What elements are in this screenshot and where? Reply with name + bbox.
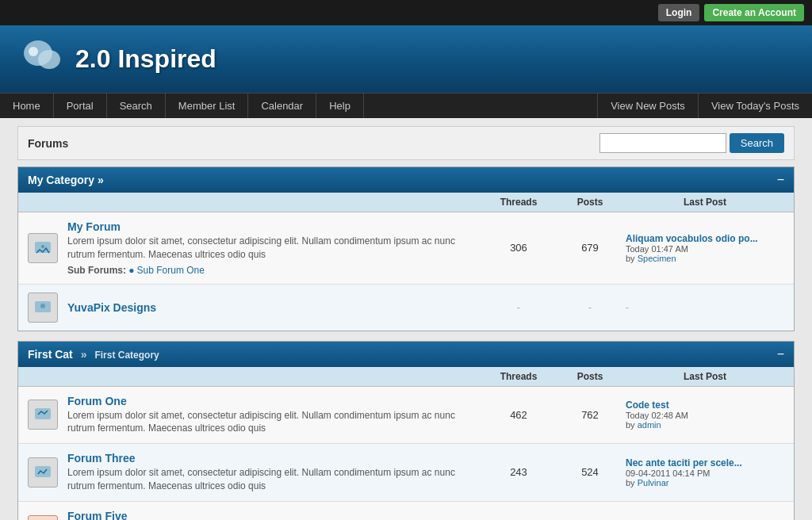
category-header-my-category: My Category » − — [18, 167, 794, 193]
forum-info-forum-three: Forum Three Lorem ipsum dolor sit amet, … — [67, 452, 483, 493]
forum-row-yuvapix: YuvaPix Designs - - - — [18, 285, 794, 331]
forum-posts-yuvapix: - — [554, 301, 626, 313]
main-nav: Home Portal Search Member List Calendar … — [0, 93, 812, 118]
forum-row-forum-five: Forum Five Lorem ipsum dolor sit amet, c… — [18, 502, 794, 520]
lastpost-time-my-forum: Today 01:47 AM — [626, 244, 784, 254]
category-subtitle: First Category — [94, 350, 159, 361]
search-area: Search — [599, 133, 784, 153]
site-header: 2.0 Inspired — [0, 25, 812, 93]
forum-name-forum-three[interactable]: Forum Three — [67, 452, 483, 465]
nav-spacer — [364, 94, 597, 118]
col-threads-header: Threads — [483, 197, 554, 208]
forum-info-forum-one: Forum One Lorem ipsum dolor sit amet, co… — [67, 395, 483, 436]
collapse-button-first-cat[interactable]: − — [777, 347, 784, 361]
svg-point-6 — [40, 304, 45, 308]
lastpost-time-forum-one: Today 02:48 AM — [626, 411, 784, 420]
nav-view-new-posts[interactable]: View New Posts — [597, 94, 698, 118]
svg-point-2 — [29, 47, 38, 56]
forum-posts-forum-one: 762 — [554, 409, 626, 421]
site-logo — [16, 36, 63, 83]
forum-icon-yuvapix — [28, 292, 58, 323]
nav-calendar[interactable]: Calendar — [248, 94, 316, 118]
forums-label: Forums — [28, 137, 68, 150]
forum-lastpost-my-forum: Aliquam vocabulos odio po... Today 01:47… — [626, 233, 784, 263]
nav-help[interactable]: Help — [316, 94, 364, 118]
forum-subforum-my-forum: Sub Forums: ●Sub Forum One — [67, 265, 483, 276]
forum-icon-forum-five — [28, 515, 58, 520]
lastpost-author-link[interactable]: Specimen — [638, 254, 676, 263]
lastpost-title-forum-one[interactable]: Code test — [626, 400, 784, 411]
login-button[interactable]: Login — [658, 4, 700, 21]
nav-member-list[interactable]: Member List — [166, 94, 249, 118]
forum-desc-forum-three: Lorem ipsum dolor sit amet, consectetur … — [67, 466, 483, 493]
nav-portal[interactable]: Portal — [54, 94, 107, 118]
forum-info-yuvapix: YuvaPix Designs — [67, 301, 483, 314]
forum-name-my-forum[interactable]: My Forum — [67, 220, 483, 233]
lastpost-author-link-forum-one[interactable]: admin — [638, 420, 661, 430]
main-content: Forums Search My Category » − Threads Po… — [10, 118, 802, 520]
forum-threads-yuvapix: - — [483, 301, 554, 313]
create-account-button[interactable]: Create an Account — [704, 4, 804, 21]
lastpost-title-forum-three[interactable]: Nec ante taciti per scele... — [626, 457, 784, 468]
lastpost-author-forum-one: by admin — [626, 420, 784, 430]
forum-threads-my-forum: 306 — [483, 242, 554, 254]
forum-name-forum-five[interactable]: Forum Five — [67, 510, 483, 520]
nav-right: View New Posts View Today's Posts — [597, 94, 812, 118]
col-posts-header: Posts — [554, 197, 626, 208]
lastpost-time-forum-three: 09-04-2011 04:14 PM — [626, 468, 784, 478]
category-first-cat: First Cat » First Category − Threads Pos… — [17, 341, 795, 520]
top-bar: Login Create an Account — [0, 0, 812, 25]
collapse-button[interactable]: − — [777, 173, 784, 187]
forum-posts-forum-three: 524 — [554, 466, 626, 478]
forum-info-my-forum: My Forum Lorem ipsum dolor sit amet, con… — [67, 220, 483, 276]
lastpost-author-my-forum: by Specimen — [626, 254, 784, 263]
category-title-first-cat: First Cat » First Category — [28, 348, 771, 361]
forum-icon-my-forum — [28, 233, 58, 263]
forums-header-bar: Forums Search — [17, 126, 795, 160]
forum-row-forum-three: Forum Three Lorem ipsum dolor sit amet, … — [18, 444, 794, 502]
col-headers-first-cat: Threads Posts Last Post — [18, 367, 794, 387]
forum-lastpost-yuvapix: - — [626, 302, 784, 313]
col-posts-header-fc: Posts — [554, 371, 626, 382]
col-lastpost-header-fc: Last Post — [626, 371, 784, 382]
forum-desc-my-forum: Lorem ipsum dolor sit amet, consectetur … — [67, 235, 483, 262]
forum-posts-my-forum: 679 — [554, 242, 626, 254]
lastpost-author-forum-three: by Pulvinar — [626, 478, 784, 488]
forum-name-yuvapix[interactable]: YuvaPix Designs — [67, 301, 483, 314]
category-title: My Category » — [28, 174, 771, 186]
svg-rect-7 — [35, 408, 51, 419]
forum-row-my-forum: My Forum Lorem ipsum dolor sit amet, con… — [18, 212, 794, 285]
forum-lastpost-forum-three: Nec ante taciti per scele... 09-04-2011 … — [626, 457, 784, 488]
forum-icon-forum-three — [28, 457, 58, 488]
nav-view-todays-posts[interactable]: View Today's Posts — [698, 94, 812, 118]
svg-point-1 — [38, 50, 60, 69]
lastpost-title-my-forum[interactable]: Aliquam vocabulos odio po... — [626, 233, 784, 244]
forum-threads-forum-three: 243 — [483, 466, 554, 478]
forum-desc-forum-one: Lorem ipsum dolor sit amet, consectetur … — [67, 409, 483, 436]
col-forum-header — [28, 197, 483, 208]
nav-search[interactable]: Search — [107, 94, 166, 118]
category-my-category: My Category » − Threads Posts Last Post — [17, 166, 795, 331]
site-title: 2.0 Inspired — [75, 44, 216, 74]
col-headers: Threads Posts Last Post — [18, 193, 794, 212]
col-forum-header-fc — [28, 371, 483, 382]
search-button[interactable]: Search — [730, 133, 784, 153]
col-lastpost-header: Last Post — [626, 197, 784, 208]
forum-lastpost-forum-one: Code test Today 02:48 AM by admin — [626, 400, 784, 430]
category-header-first-cat: First Cat » First Category − — [18, 342, 794, 367]
col-threads-header-fc: Threads — [483, 371, 554, 382]
svg-point-4 — [41, 245, 44, 248]
forum-row-forum-one: Forum One Lorem ipsum dolor sit amet, co… — [18, 387, 794, 445]
nav-home[interactable]: Home — [0, 94, 54, 118]
svg-rect-8 — [35, 466, 51, 477]
forum-info-forum-five: Forum Five Lorem ipsum dolor sit amet, c… — [67, 510, 483, 520]
search-input[interactable] — [599, 133, 726, 153]
forum-threads-forum-one: 462 — [483, 409, 554, 421]
lastpost-author-link-forum-three[interactable]: Pulvinar — [638, 478, 669, 488]
forum-name-forum-one[interactable]: Forum One — [67, 395, 483, 407]
forum-icon-forum-one — [28, 400, 58, 430]
subforum-link[interactable]: Sub Forum One — [137, 265, 205, 276]
